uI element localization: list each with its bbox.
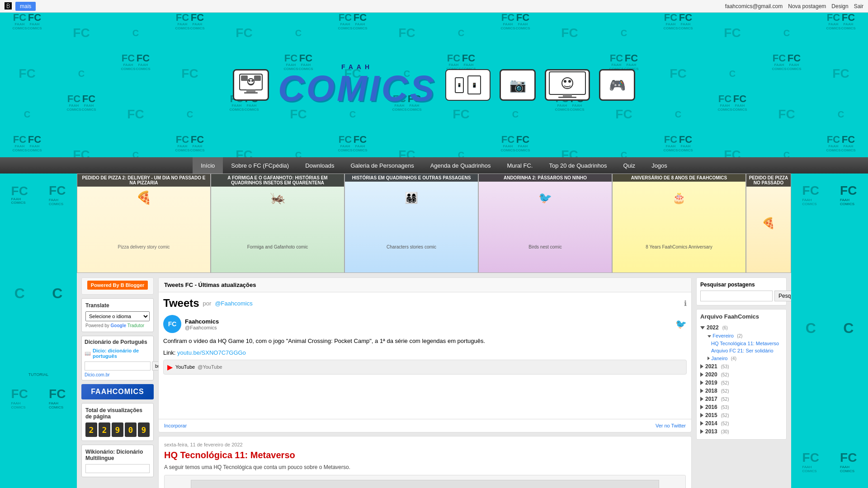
nova-postagem-link[interactable]: Nova postagem — [788, 3, 826, 9]
youtube-icon: ▶ — [167, 363, 173, 371]
nav-mural[interactable]: Mural FC. — [499, 157, 541, 174]
arrow-right-icon-2021 — [700, 364, 703, 369]
arrow-right-icon-2018 — [700, 389, 703, 393]
nav-top20[interactable]: Top 20 de Quadrinhos — [541, 157, 615, 174]
arrow-down-icon-fev — [708, 335, 711, 338]
wikionario-input[interactable] — [85, 464, 150, 473]
arquivo-year-2013-row[interactable]: 2013 (30) — [700, 427, 783, 436]
arquivo-year-2020[interactable]: 2020 — [705, 371, 717, 378]
arquivo-year-2015[interactable]: 2015 — [705, 412, 717, 418]
blogger-bar: 🅱 mais faahcomics@gmail.com Nova postage… — [0, 0, 868, 13]
arquivo-year-2017-row[interactable]: 2017 (52) — [700, 395, 783, 403]
header-title: COMICS — [278, 70, 436, 107]
blog-content: Powered By B Blogger Translate Selecione… — [77, 273, 791, 488]
dicio-site-link[interactable]: Dicio.com.br — [85, 372, 151, 377]
nav-galeria[interactable]: Galeria de Personagens — [342, 157, 422, 174]
mais-button[interactable]: mais — [15, 2, 36, 11]
dicio-link[interactable]: Dicio: dicionário de português — [93, 348, 151, 359]
incorporar-link[interactable]: Incorporar — [164, 423, 187, 428]
comic-thumb-1[interactable]: PEDIDO DE PIZZA 2: DELIVERY - UM DIA NO … — [77, 174, 211, 273]
arquivo-month-fevereiro: Fevereiro (2) — [700, 332, 783, 340]
right-tile-4: C — [830, 308, 868, 349]
tweet-yt-preview: ▶ YouTube @YouTube — [163, 360, 687, 375]
arquivo-year-2014-row[interactable]: 2014 (52) — [700, 419, 783, 427]
tweets-content: Tweets por @Faahcomics ℹ FC Faahcomics @… — [159, 292, 691, 419]
faahcomics-label: FAAHCOMICS — [81, 384, 154, 399]
nav-quiz[interactable]: Quiz — [615, 157, 643, 174]
arquivo-year-2018[interactable]: 2018 — [705, 388, 717, 394]
tweet-link-prefix: Link: — [163, 349, 175, 356]
comic-thumb-5[interactable]: ANIVERSÁRIO DE 8 ANOS DE FAAHCOMICS 🎂 8 … — [612, 174, 746, 273]
sair-link[interactable]: Sair — [854, 3, 863, 9]
arquivo-year-2014[interactable]: 2014 — [705, 420, 717, 427]
blogger-badge: Powered By B Blogger — [87, 281, 148, 290]
arrow-right-icon-2020 — [700, 372, 703, 377]
arquivo-count-2021: (53) — [721, 364, 729, 369]
arquivo-month-janeiro: Janeiro (4) — [700, 354, 783, 362]
comic-thumb-2[interactable]: A FORMIGA E O GAFANHOTO: HISTÓRIAS EM QU… — [211, 174, 344, 273]
arrow-right-icon-2019 — [700, 380, 703, 385]
arrow-down-icon — [700, 326, 705, 329]
arquivo-year-2021-row[interactable]: 2021 (53) — [700, 362, 783, 371]
comic-thumb-3[interactable]: HISTÓRIAS EM QUADRINHOS E OUTRAS PASSAGE… — [344, 174, 478, 273]
center-content: PEDIDO DE PIZZA 2: DELIVERY - UM DIA NO … — [77, 174, 791, 488]
tweet-youtube-link[interactable]: youtu.be/SXNO7C7GGGo — [177, 349, 246, 356]
camera-icon: 📷 — [500, 69, 536, 101]
left-tile-6: FCFAAHCOMICS — [39, 378, 76, 418]
arquivo-fc21-link-row: Arquivo FC 21: Ser solidário — [700, 347, 783, 354]
arquivo-count-2018: (52) — [721, 389, 729, 394]
fevereiro-link[interactable]: Fevereiro — [712, 333, 733, 338]
left-tile-2: FCFAAHCOMICS — [39, 174, 76, 215]
nav-sobre[interactable]: Sobre o FC (FCpédia) — [223, 157, 297, 174]
dicio-input-row: buscar — [85, 361, 151, 371]
arquivo-year-2016-row[interactable]: 2016 (53) — [700, 403, 783, 411]
janeiro-link[interactable]: Janeiro — [711, 356, 727, 361]
arquivo-year-2013[interactable]: 2013 — [705, 428, 717, 435]
nav-downloads[interactable]: Downloads — [297, 157, 342, 174]
arrow-right-icon-2014 — [700, 421, 703, 426]
language-select[interactable]: Selecione o idioma — [85, 311, 150, 321]
nav-inicio[interactable]: Início — [193, 157, 223, 174]
arquivo-year-2018-row[interactable]: 2018 (52) — [700, 387, 783, 395]
blogger-bar-right: faahcomics@gmail.com Nova postagem Desig… — [725, 3, 863, 9]
arquivo-year-2020-row[interactable]: 2020 (52) — [700, 371, 783, 379]
arquivo-year-2015-row[interactable]: 2015 (52) — [700, 411, 783, 419]
comic-thumb-4[interactable]: ANDORINHA 2: PÁSSAROS NO NINHO 🐦 Birds n… — [478, 174, 612, 273]
desktop-icon — [233, 69, 269, 101]
arquivo-year-2022[interactable]: 2022 — [707, 324, 719, 331]
left-tile-1: FCFAAHCOMICS — [1, 174, 38, 215]
ver-no-twitter-link[interactable]: Ver no Twitter — [656, 423, 686, 428]
hq-metaverso-link-row: HQ Tecnológica 11: Metaverso — [700, 340, 783, 347]
arquivo-fc21-link[interactable]: Arquivo FC 21: Ser solidário — [711, 348, 774, 353]
translate-title: Translate — [85, 302, 150, 309]
arquivo-year-2022-row[interactable]: 2022 (6) — [700, 324, 783, 332]
right-side-tiles: FCFAAHCOMICS FCFAAHCOMICS C C FCFAAHCOMI… — [791, 174, 868, 488]
arquivo-year-2021[interactable]: 2021 — [705, 363, 717, 370]
nav-agenda[interactable]: Agenda de Quadrinhos — [422, 157, 499, 174]
dicio-search-input[interactable] — [85, 361, 151, 371]
nav-jogos[interactable]: Jogos — [643, 157, 675, 174]
comic-title-3: HISTÓRIAS EM QUADRINHOS E OUTRAS PASSAGE… — [345, 174, 478, 182]
arquivo-year-2019[interactable]: 2019 — [705, 380, 717, 386]
comic-thumb-6[interactable]: PEDIDO DE PIZZA NO PASSADO 🍕 — [746, 174, 791, 273]
header: // Generate tile cells const tiledBg = d… — [0, 13, 868, 157]
tweets-widget: Tweets FC - Últimas atualizações Tweets … — [158, 277, 692, 432]
svg-rect-5 — [244, 92, 258, 94]
tweet-header: FC Faahcomics @Faahcomics 🐦 — [163, 315, 687, 333]
arquivo-year-2019-row[interactable]: 2019 (52) — [700, 379, 783, 387]
search-input[interactable] — [700, 291, 773, 301]
dicio-widget: Dicionário de Português 📖 Dicio: dicioná… — [81, 336, 154, 380]
post-excerpt: A seguir temos uma HQ Tecnológica que co… — [164, 464, 686, 470]
translate-powered: Powered by Google Tradutor — [85, 323, 150, 328]
search-title: Pesquisar postagens — [700, 282, 783, 288]
design-link[interactable]: Design — [831, 3, 848, 9]
arquivo-title: Arquivo FaahComics — [700, 313, 783, 320]
comic-title-6: PEDIDO DE PIZZA NO PASSADO — [746, 174, 791, 187]
tweets-handle[interactable]: @Faahcomics — [215, 300, 252, 307]
hq-metaverso-link[interactable]: HQ Tecnológica 11: Metaverso — [711, 341, 779, 346]
arquivo-year-2016[interactable]: 2016 — [705, 404, 717, 410]
blogger-bar-left: 🅱 mais — [5, 2, 36, 11]
arquivo-year-2017[interactable]: 2017 — [705, 396, 717, 402]
twitter-bird-icon: 🐦 — [675, 319, 687, 329]
post-title[interactable]: HQ Tecnológica 11: Metaverso — [164, 450, 686, 460]
